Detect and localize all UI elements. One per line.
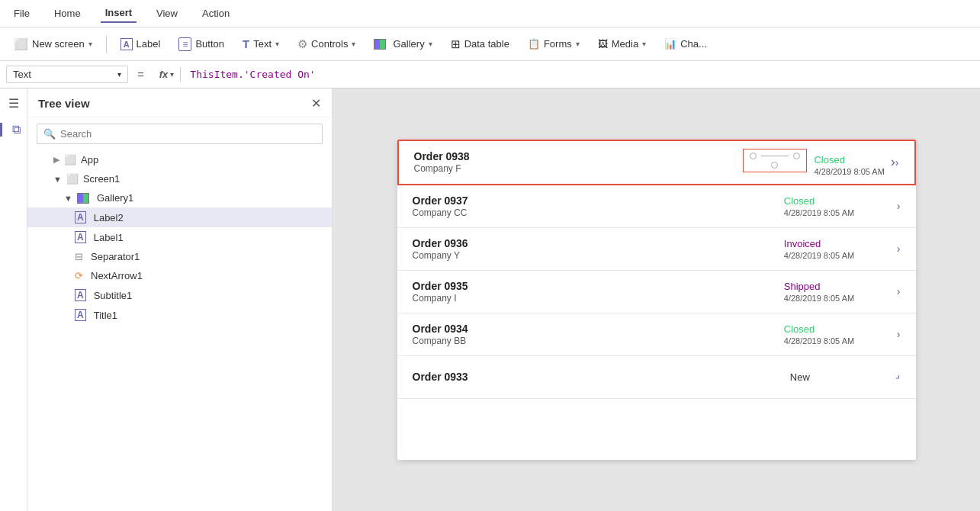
hamburger-icon[interactable]: ☰ [8,96,19,111]
chart-icon: 📊 [664,38,676,50]
data-table-button[interactable]: ⊞ Data table [443,34,517,55]
tree-item-screen1[interactable]: ▼ ⬜ Screen1 [27,169,332,188]
menu-bar: File Home Insert View Action [0,0,980,27]
order-0937-date: 4/28/2019 8:05 AM [784,208,891,217]
controls-icon: ⚙ [297,37,307,51]
order-0935-status: Shipped [784,281,821,292]
separator1-icon: ⊟ [75,251,83,262]
forms-button[interactable]: 📋 Forms ▾ [520,34,587,53]
tree-item-label2-label: Label2 [94,212,321,223]
order-0936-name: Order 0936 [413,237,784,249]
order-0938-status: Closed [814,154,884,166]
order-0934-status: Closed [784,323,815,335]
text-button[interactable]: T Text ▾ [235,34,287,54]
order-0934-name: Order 0934 [413,323,784,335]
gallery-row-0934[interactable]: Order 0934 Company BB Closed 4/28/2019 8… [397,313,916,356]
tree-item-separator1[interactable]: ⊟ Separator1 [27,247,332,266]
toolbar: ⬜ New screen ▾ A Label ≡ Button T Text ▾… [0,27,980,61]
label-button[interactable]: A Label [113,34,169,54]
label2-icon: A [75,211,86,223]
node-tr [793,153,800,159]
toolbar-separator-1 [106,35,107,53]
tree-item-label2[interactable]: A Label2 [27,207,332,227]
connector-line-top [761,156,789,157]
order-0936-status-area: Invoiced 4/28/2019 8:05 AM [784,238,891,260]
tree-item-app[interactable]: ▶ ⬜ App [27,150,332,169]
order-0933-status-area: New [790,371,897,383]
gallery-icon [374,39,386,50]
tree-item-nextarrow1[interactable]: ⟳ NextArrow1 [27,266,332,285]
gallery-button[interactable]: Gallery ▾ [366,34,439,53]
search-box[interactable]: 🔍 [37,124,323,144]
order-0938-date: 4/28/2019 8:05 AM [814,167,884,176]
tree-item-gallery1[interactable]: ▼ Gallery1 [27,188,332,207]
app-icon: ⬜ [64,154,76,166]
order-0933-name: Order 0933 [413,371,790,383]
order-0935-status-area: Shipped 4/28/2019 8:05 AM [784,281,891,303]
app-expand-icon: ▶ [53,155,59,165]
gallery-row-0933[interactable]: Order 0933 New › [397,356,916,399]
order-0935-name: Order 0935 [413,280,784,292]
tree-item-subtitle1[interactable]: A Subtitle1 [27,285,332,305]
order-0935-info: Order 0935 Company I [413,280,784,304]
gallery1-icon [77,193,89,204]
order-0934-info: Order 0934 Company BB [413,323,784,346]
layers-icon[interactable]: ⧉ [0,123,27,137]
menu-view[interactable]: View [152,5,182,22]
order-0938-company: Company F [414,163,743,174]
gallery-row-0937[interactable]: Order 0937 Company CC Closed 4/28/2019 8… [397,185,916,228]
tree-title: Tree view [38,97,90,110]
media-caret: ▾ [642,40,646,48]
fx-button[interactable]: fx ▾ [153,67,182,82]
menu-insert[interactable]: Insert [101,4,137,23]
main-area: ☰ ⧉ Tree view ✕ 🔍 ▶ ⬜ App ▼ ⬜ Scre [0,88,980,511]
new-screen-button[interactable]: ⬜ New screen ▾ [6,34,100,55]
search-input[interactable] [60,128,316,140]
media-button[interactable]: 🖼 Media ▾ [590,34,654,53]
menu-action[interactable]: Action [198,5,234,22]
forms-caret: ▾ [576,40,580,48]
order-0933-info: Order 0933 [413,371,790,384]
connector-mid [750,162,800,169]
gallery-row-0935[interactable]: Order 0935 Company I Shipped 4/28/2019 8… [397,271,916,313]
search-icon: 🔍 [43,128,56,140]
node-bottom [771,162,778,169]
order-0937-company: Company CC [413,207,784,218]
order-0938-status-text: Closed 4/28/2019 8:05 AM [814,154,884,176]
order-0938-status-area: Closed 4/28/2019 8:05 AM [743,149,885,176]
order-0936-info: Order 0936 Company Y [413,237,784,261]
fx-caret: ▾ [170,70,174,79]
tree-item-label1-label: Label1 [94,232,321,243]
order-0936-status: Invoiced [784,238,821,249]
screen1-icon: ⬜ [66,173,79,185]
gallery-caret: ▾ [429,40,432,48]
order-0934-status-area: Closed 4/28/2019 8:05 AM [784,323,891,345]
gallery-row-0936[interactable]: Order 0936 Company Y Invoiced 4/28/2019 … [397,228,916,271]
menu-file[interactable]: File [9,5,34,22]
label-icon: A [120,38,133,50]
order-0937-chevron: › [897,200,901,212]
menu-home[interactable]: Home [50,5,85,22]
equals-sign: = [133,68,149,81]
tree-item-screen1-label: Screen1 [83,173,321,185]
tree-item-label1[interactable]: A Label1 [27,227,332,247]
subtitle1-icon: A [75,289,86,301]
controls-button[interactable]: ⚙ Controls ▾ [290,34,363,55]
tree-header: Tree view ✕ [27,88,332,117]
tree-close-button[interactable]: ✕ [311,96,321,111]
order-0935-date: 4/28/2019 8:05 AM [784,294,891,303]
tree-item-title1[interactable]: A Title1 [27,305,332,325]
text-caret: ▾ [275,40,279,48]
connector-top-row [750,153,800,159]
order-0936-company: Company Y [413,250,784,261]
sidebar-toggle: ☰ ⧉ [0,88,27,511]
chart-button[interactable]: 📊 Cha... [657,34,715,53]
order-0937-status: Closed [784,195,815,207]
tree-items: ▶ ⬜ App ▼ ⬜ Screen1 ▼ Gallery1 A [27,150,332,511]
formula-property-dropdown[interactable]: Text ▾ [6,66,128,83]
controls-caret: ▾ [352,40,355,48]
data-table-icon: ⊞ [451,37,461,51]
button-button[interactable]: ≡ Button [171,34,232,55]
formula-dropdown-caret: ▾ [117,70,121,79]
gallery-row-0938[interactable]: Order 0938 Company F [397,140,916,185]
